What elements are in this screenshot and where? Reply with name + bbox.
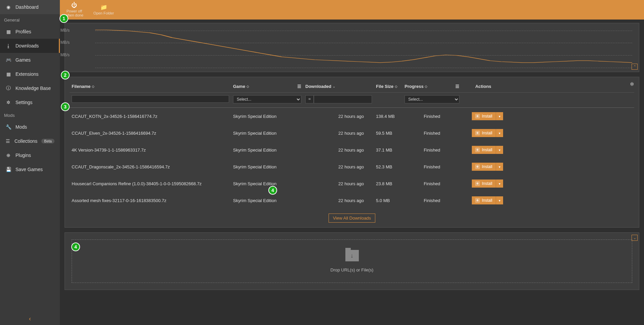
install-dropdown-button[interactable]: ▾ <box>496 163 503 171</box>
install-label: Install <box>482 198 492 203</box>
filter-downloaded-operator[interactable]: = <box>305 95 314 103</box>
install-button[interactable]: +Install <box>472 196 496 204</box>
list-icon: ☰ <box>297 84 301 89</box>
install-button[interactable]: +Install <box>472 163 496 171</box>
cell-downloaded: 22 hours ago <box>303 163 374 171</box>
install-label: Install <box>482 114 492 119</box>
install-button[interactable]: +Install <box>472 112 496 120</box>
list-icon: ☰ <box>455 84 459 89</box>
chevron-down-icon: ⌄ <box>633 236 636 240</box>
sort-icon: ◇ <box>247 85 249 88</box>
sidebar-collapse-button[interactable]: ‹ <box>0 313 60 325</box>
puzzle-icon: ▦ <box>5 71 11 77</box>
gamepad-icon: 🎮 <box>5 57 11 63</box>
table-row[interactable]: CCAUT_Elven_2x-34526-1-1586416694.7zSkyr… <box>70 125 634 141</box>
sidebar-item-downloads[interactable]: ⭳ Downloads <box>0 39 60 53</box>
table-row[interactable]: CCAUT_Dragonscale_2x-34526-1-1586416594.… <box>70 158 634 175</box>
gear-icon: ✲ <box>630 81 634 87</box>
cell-filename: Housecarl Companions Refine (1.0.0)-3840… <box>70 180 231 188</box>
sidebar-item-profiles[interactable]: ▦ Profiles <box>0 25 60 39</box>
sidebar-item-games[interactable]: 🎮 Games <box>0 53 60 67</box>
filter-downloaded-input[interactable] <box>314 95 372 103</box>
sidebar-item-label: Save Games <box>15 167 43 172</box>
download-icon: ⭳ <box>5 43 11 49</box>
filter-row: Select... = Select... <box>70 93 634 108</box>
cell-filesize: 52.3 MB <box>374 163 403 171</box>
cell-progress: Finished <box>403 146 461 154</box>
cell-game: Skyrim Special Edition <box>231 146 303 154</box>
cell-downloaded: 22 hours ago <box>303 129 374 137</box>
save-icon: 💾 <box>5 166 11 172</box>
sidebar-item-label: Dashboard <box>15 4 39 10</box>
plus-icon: + <box>475 148 480 152</box>
install-dropdown-button[interactable]: ▾ <box>496 146 503 154</box>
install-label: Install <box>482 164 492 169</box>
sort-icon: ◇ <box>425 85 427 88</box>
view-all-downloads-button[interactable]: View All Downloads <box>329 214 375 223</box>
filter-filename-input[interactable] <box>72 95 229 103</box>
th-downloaded[interactable]: Downloaded ⌄ <box>303 83 374 90</box>
sidebar-item-label: Settings <box>15 100 33 105</box>
th-actions: Actions <box>461 83 505 90</box>
install-button[interactable]: +Install <box>472 180 496 188</box>
install-button[interactable]: +Install <box>472 146 496 154</box>
sidebar-item-knowledge[interactable]: ⓘ Knowledge Base <box>0 81 60 95</box>
table-row[interactable]: 4K Version-34739-1-1-1586963317.7zSkyrim… <box>70 141 634 158</box>
collapse-chart-button[interactable]: ⌃ <box>632 64 638 70</box>
folder-download-icon: ↓ <box>345 250 359 261</box>
th-game[interactable]: Game ◇ ☰ <box>231 83 303 90</box>
drop-text: Drop URL(s) or File(s) <box>331 267 374 272</box>
drop-zone[interactable]: ↓ Drop URL(s) or File(s) <box>72 239 632 283</box>
collapse-drop-button[interactable]: ⌄ <box>632 235 638 241</box>
sidebar-item-mods[interactable]: 🔧 Mods <box>0 120 60 134</box>
sidebar-item-plugins[interactable]: ⊕ Plugins <box>0 148 60 162</box>
table-header: Filename ◇ Game ◇ ☰ Downloaded ⌄ File Si… <box>70 80 634 93</box>
sidebar-section-general: General <box>0 14 60 25</box>
drop-panel: ⌄ ↓ Drop URL(s) or File(s) <box>65 232 639 290</box>
filter-progress-select[interactable]: Select... <box>405 95 459 103</box>
cell-game: Skyrim Special Edition <box>231 163 303 171</box>
install-dropdown-button[interactable]: ▾ <box>496 112 503 120</box>
table-row[interactable]: Assorted mesh fixes-32117-0-16-161838350… <box>70 192 634 209</box>
chart-area <box>95 28 632 68</box>
cell-progress: Finished <box>403 112 461 120</box>
annotation-4a: 4 <box>268 186 277 195</box>
th-progress[interactable]: Progress ◇ ☰ <box>403 83 461 90</box>
caret-down-icon: ▾ <box>499 182 500 186</box>
cell-progress: Finished <box>403 163 461 171</box>
y-tick: 38.4 MB/s <box>60 28 70 33</box>
filter-game-select[interactable]: Select... <box>233 95 301 103</box>
beta-badge: Beta <box>41 139 54 143</box>
sidebar-section-mods: Mods <box>0 109 60 120</box>
install-dropdown-button[interactable]: ▾ <box>496 180 503 188</box>
sidebar-item-collections[interactable]: ☰ Collections Beta <box>0 134 60 148</box>
sidebar-item-label: Mods <box>15 124 27 130</box>
id-card-icon: ▦ <box>5 29 11 35</box>
sidebar-item-label: Downloads <box>15 43 39 48</box>
sidebar-item-dashboard[interactable]: ◉ Dashboard <box>0 0 60 14</box>
sidebar-item-label: Knowledge Base <box>15 86 51 91</box>
cell-downloaded: 22 hours ago <box>303 146 374 154</box>
open-folder-button[interactable]: 📁 Open Folder <box>91 3 116 17</box>
install-button[interactable]: +Install <box>472 129 496 137</box>
sidebar-item-savegames[interactable]: 💾 Save Games <box>0 162 60 176</box>
plus-icon: + <box>475 181 480 186</box>
sidebar-item-settings[interactable]: ✲ Settings <box>0 95 60 109</box>
sort-icon: ◇ <box>395 85 397 88</box>
chevron-up-icon: ⌃ <box>633 65 636 69</box>
table-row[interactable]: CCAUT_KOTN_2x-34526-1-1586416774.7zSkyri… <box>70 108 634 125</box>
cell-progress: Finished <box>403 129 461 137</box>
info-icon: ⓘ <box>5 85 11 91</box>
sidebar-item-extensions[interactable]: ▦ Extensions <box>0 67 60 81</box>
table-row[interactable]: Housecarl Companions Refine (1.0.0)-3840… <box>70 175 634 192</box>
th-filesize[interactable]: File Size ◇ <box>374 83 403 90</box>
install-dropdown-button[interactable]: ▾ <box>496 129 503 137</box>
main: ⏻ Power off when done 📁 Open Folder 38.4… <box>60 0 644 325</box>
y-tick: 12.9 MB/s <box>60 53 70 57</box>
th-filename[interactable]: Filename ◇ <box>70 83 231 90</box>
table-settings-button[interactable]: ✲ <box>630 81 634 87</box>
cell-progress: Finished <box>403 180 461 188</box>
power-label-1: Power off <box>67 9 82 13</box>
install-dropdown-button[interactable]: ▾ <box>496 196 503 204</box>
install-label: Install <box>482 148 492 152</box>
